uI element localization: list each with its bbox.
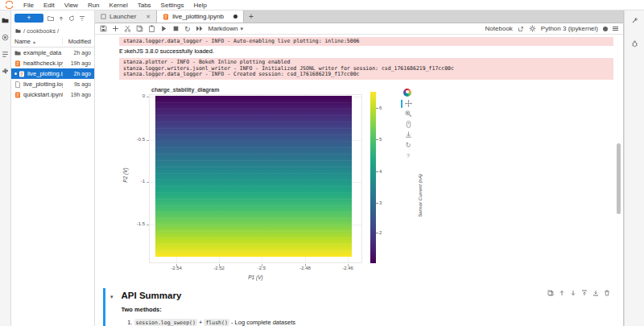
tab-live-plotting[interactable]: live_plotting.ipynb: [157, 10, 244, 23]
cell-type-select[interactable]: Markdown ▾: [208, 25, 243, 32]
file-icon: [14, 81, 21, 88]
save-icon[interactable]: [100, 25, 107, 32]
file-browser-panel: + / cookbooks / Name▲ Modified: [11, 10, 95, 326]
right-activity-bar: [624, 10, 644, 326]
toolbar-menu-icon[interactable]: [613, 27, 618, 31]
table-of-contents-icon[interactable]: [2, 51, 9, 58]
file-browser-icon[interactable]: [2, 17, 9, 24]
new-tab-button[interactable]: +: [244, 10, 258, 23]
running-sessions-icon[interactable]: [2, 34, 9, 41]
menu-bar: File Edit View Run Kernel Tabs Settings …: [0, 0, 644, 10]
save-tool-icon[interactable]: [403, 131, 412, 138]
markdown-cell-api-summary[interactable]: ▾ API Summary Two methods: session.log_s…: [103, 288, 613, 326]
delete-cell-icon[interactable]: [604, 290, 610, 296]
menu-edit[interactable]: Edit: [39, 2, 60, 9]
y-tick: -1.5: [119, 221, 145, 226]
insert-cell-above-icon[interactable]: [581, 290, 588, 296]
stderr-output-1: stanza.logger.data_logger - INFO - Auto-…: [119, 37, 613, 46]
paste-icon[interactable]: [148, 25, 155, 32]
notebook-icon: [163, 14, 169, 20]
unsaved-changes-dot[interactable]: [233, 14, 237, 19]
y-tick: 0: [119, 93, 145, 98]
launcher-icon: [101, 14, 106, 19]
heatmap-image[interactable]: [155, 96, 352, 257]
file-row-healthcheck[interactable]: healthcheck.ipynb 19h ago: [11, 58, 94, 68]
copy-icon[interactable]: [136, 25, 143, 32]
menu-tabs[interactable]: Tabs: [133, 2, 156, 9]
x-axis-label: P1 (V): [225, 274, 286, 280]
new-folder-icon[interactable]: [47, 15, 54, 22]
bokeh-plot[interactable]: charge_stability_diagram 0 -0.5 -1 -1.5 …: [119, 82, 441, 283]
upload-icon[interactable]: [58, 15, 64, 22]
file-row-example-data[interactable]: example_data 2h ago: [11, 47, 94, 58]
filter-icon[interactable]: [79, 15, 85, 22]
insert-cell-below-icon[interactable]: [592, 290, 599, 296]
cut-icon[interactable]: [124, 25, 131, 32]
notebook-icon: [19, 71, 25, 77]
colorbar-tick: 4: [379, 169, 382, 174]
menu-kernel[interactable]: Kernel: [105, 2, 133, 9]
kernel-status-icon[interactable]: [603, 27, 608, 31]
restart-kernel-icon[interactable]: ↻: [184, 25, 191, 33]
breadcrumb[interactable]: / cookbooks /: [11, 25, 94, 36]
help-tool-icon[interactable]: ?: [405, 152, 410, 159]
extensions-icon[interactable]: [2, 68, 9, 75]
restart-run-all-icon[interactable]: [196, 25, 204, 32]
colorbar-tick: 5: [379, 137, 382, 142]
colorbar-label: Sensor Current (nA): [418, 159, 423, 232]
left-activity-bar: [0, 10, 11, 326]
menu-view[interactable]: View: [60, 2, 83, 9]
column-modified[interactable]: Modified: [62, 38, 91, 45]
new-launcher-button[interactable]: +: [14, 14, 43, 23]
active-cell-indicator: [103, 288, 105, 326]
refresh-icon[interactable]: [68, 15, 75, 22]
folder-icon: [14, 50, 21, 56]
menu-settings[interactable]: Settings: [156, 2, 189, 9]
close-tab-icon[interactable]: ✕: [146, 14, 151, 20]
pan-tool-icon[interactable]: [403, 100, 412, 107]
reset-tool-icon[interactable]: ↻: [404, 142, 411, 149]
file-row-quickstart[interactable]: quickstart.ipynb 19h ago: [11, 89, 94, 100]
column-name[interactable]: Name▲: [14, 38, 62, 45]
api-intro-text: Two methods:: [122, 306, 613, 313]
notebook-icon: [14, 92, 21, 98]
box-zoom-tool-icon[interactable]: [403, 110, 412, 118]
open-file-dot: [14, 72, 17, 75]
tab-launcher[interactable]: Launcher ✕: [95, 10, 157, 23]
notebook-content: stanza.logger.data_logger - INFO - Auto-…: [95, 35, 623, 326]
gear-icon[interactable]: [529, 25, 536, 32]
menu-run[interactable]: Run: [83, 2, 105, 9]
cell-toolbar: [547, 290, 610, 296]
file-row-live-plotting-ipynb[interactable]: live_plotting.ipynb 2h ago: [11, 68, 94, 79]
tab-bar: Launcher ✕ live_plotting.ipynb +: [95, 10, 623, 23]
run-icon[interactable]: [160, 25, 167, 32]
add-cell-icon[interactable]: [112, 25, 119, 32]
duplicate-cell-icon[interactable]: [547, 290, 554, 296]
launch-icon[interactable]: [518, 26, 524, 32]
file-list-header: Name▲ Modified: [11, 36, 94, 47]
jupyter-logo: [4, 1, 15, 9]
wheel-zoom-tool-icon[interactable]: [403, 121, 412, 128]
bokeh-toolbar: ↻ ?: [401, 89, 414, 159]
stderr-output-2: stanza.plotter - INFO - Bokeh Inline plo…: [119, 58, 613, 79]
notebook-kernel-label: Notebook: [485, 25, 513, 32]
cell-collapser-icon[interactable]: ▾: [110, 294, 114, 326]
file-row-live-plotting-log[interactable]: live_plotting.log 9s ago: [11, 79, 94, 89]
menu-help[interactable]: Help: [189, 2, 212, 9]
colorbar: [370, 92, 376, 263]
move-cell-up-icon[interactable]: [559, 290, 565, 296]
move-cell-down-icon[interactable]: [570, 290, 576, 296]
property-inspector-icon[interactable]: [631, 17, 638, 24]
notebook-icon: [14, 60, 21, 67]
file-browser-toolbar: +: [11, 10, 94, 25]
colorbar-tick: 2: [379, 230, 382, 235]
api-summary-heading: API Summary: [122, 291, 613, 300]
bokeh-logo-icon[interactable]: [403, 89, 411, 97]
kernel-name-label[interactable]: Python 3 (ipykernel): [541, 25, 598, 32]
debugger-icon[interactable]: [631, 40, 638, 47]
menu-file[interactable]: File: [19, 2, 39, 9]
colorbar-tick: 6: [379, 105, 382, 110]
notebook-scrollbar-thumb[interactable]: [617, 143, 621, 214]
api-method-1: session.log_sweep() + flush() - Log comp…: [134, 317, 613, 326]
stop-icon[interactable]: [172, 25, 180, 32]
